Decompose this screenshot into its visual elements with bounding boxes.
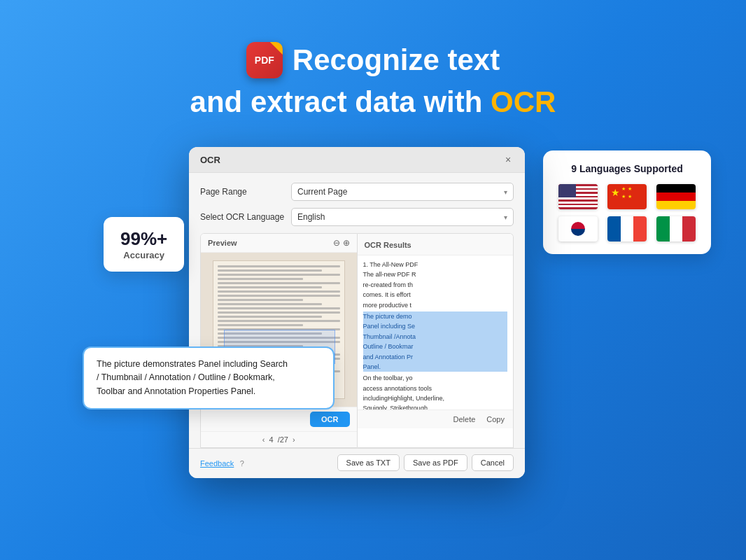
results-actions: Delete Copy — [358, 410, 514, 428]
zoom-controls: ⊖ ⊕ — [333, 238, 350, 248]
results-panel: OCR Results 1. The All-New PDF The all-n… — [358, 233, 514, 448]
results-content[interactable]: 1. The All-New PDF The all-new PDF R re-… — [358, 255, 514, 410]
cancel-button[interactable]: Cancel — [472, 454, 514, 471]
ocr-language-row: Select OCR Language English ▾ — [200, 208, 514, 226]
flag-it — [656, 216, 696, 241]
ocr-dialog: OCR × Page Range Current Page ▾ Select O… — [189, 147, 525, 478]
preview-header: Preview ⊖ ⊕ — [201, 234, 357, 253]
save-pdf-button[interactable]: Save as PDF — [404, 454, 467, 471]
page-total: /27 — [278, 435, 288, 444]
pdf-app-icon: PDF — [246, 42, 283, 78]
main-content: 99%+ Accuracy OCR × Page Range Current P… — [0, 140, 746, 532]
preview-results-container: Preview ⊖ ⊕ — [189, 233, 525, 448]
flag-us — [558, 184, 598, 209]
results-text-after: On the toolbar, yo access annotations to… — [363, 373, 508, 410]
page-current: 4 — [269, 435, 274, 444]
dialog-body: Page Range Current Page ▾ Select OCR Lan… — [189, 173, 525, 226]
pagination-row: ‹ 4 /27 › — [201, 431, 357, 447]
flag-kr — [558, 216, 598, 241]
flags-grid: ★ ★ ★ ★ ★ — [557, 184, 697, 241]
zoom-in-icon[interactable]: ⊕ — [343, 238, 350, 248]
preview-panel: Preview ⊖ ⊕ — [200, 233, 358, 448]
languages-title: 9 Languages Supported — [557, 163, 697, 174]
feedback-area: Feedback ? — [200, 456, 244, 469]
next-page-button[interactable]: › — [293, 435, 295, 444]
help-icon[interactable]: ? — [240, 459, 244, 468]
results-text-highlighted: The picture demo Panel including Se Thum… — [363, 312, 508, 372]
chevron-down-icon: ▾ — [504, 214, 507, 221]
preview-label: Preview — [208, 239, 237, 247]
dialog-title: OCR — [200, 155, 220, 165]
delete-button[interactable]: Delete — [451, 414, 479, 425]
page-range-select[interactable]: Current Page ▾ — [291, 183, 514, 201]
results-header: OCR Results — [358, 234, 514, 255]
copy-button[interactable]: Copy — [484, 414, 507, 425]
text-bubble-content: The picture demonstrates Panel including… — [97, 358, 321, 398]
bottom-buttons: Save as TXT Save as PDF Cancel — [337, 454, 514, 471]
accuracy-badge: 99%+ Accuracy — [104, 217, 184, 272]
feedback-link[interactable]: Feedback — [200, 459, 234, 468]
ocr-language-label: Select OCR Language — [200, 212, 291, 222]
results-label: OCR Results — [365, 241, 411, 249]
accuracy-label: Accuracy — [120, 250, 167, 260]
flag-fr — [607, 216, 647, 241]
close-icon[interactable]: × — [502, 154, 514, 165]
header-title-line1: Recognize text — [293, 44, 500, 76]
flag-cn: ★ ★ ★ ★ ★ — [607, 184, 647, 209]
page-range-row: Page Range Current Page ▾ — [200, 183, 514, 201]
flag-de — [656, 184, 696, 209]
save-txt-button[interactable]: Save as TXT — [337, 454, 400, 471]
ocr-run-button[interactable]: OCR — [310, 412, 349, 427]
header-title-line2: and extract data with OCR — [0, 85, 746, 119]
languages-card: 9 Languages Supported ★ ★ ★ ★ ★ — [543, 150, 711, 254]
accuracy-number: 99%+ — [120, 228, 167, 250]
text-extraction-bubble: The picture demonstrates Panel including… — [83, 346, 335, 410]
results-text-before: 1. The All-New PDF The all-new PDF R re-… — [363, 260, 508, 310]
dialog-titlebar: OCR × — [189, 147, 525, 173]
page-range-label: Page Range — [200, 187, 291, 197]
header: PDF Recognize text and extract data with… — [0, 0, 746, 140]
prev-page-button[interactable]: ‹ — [262, 435, 265, 444]
header-title-ocr: OCR — [491, 85, 556, 118]
zoom-out-icon[interactable]: ⊖ — [333, 238, 340, 248]
header-title-line2-start: and extract data with — [190, 85, 491, 118]
ocr-language-select[interactable]: English ▾ — [291, 208, 514, 226]
dialog-bottom: Feedback ? Save as TXT Save as PDF Cance… — [189, 448, 525, 478]
ocr-btn-row: OCR — [201, 407, 357, 431]
chevron-down-icon: ▾ — [504, 188, 507, 196]
